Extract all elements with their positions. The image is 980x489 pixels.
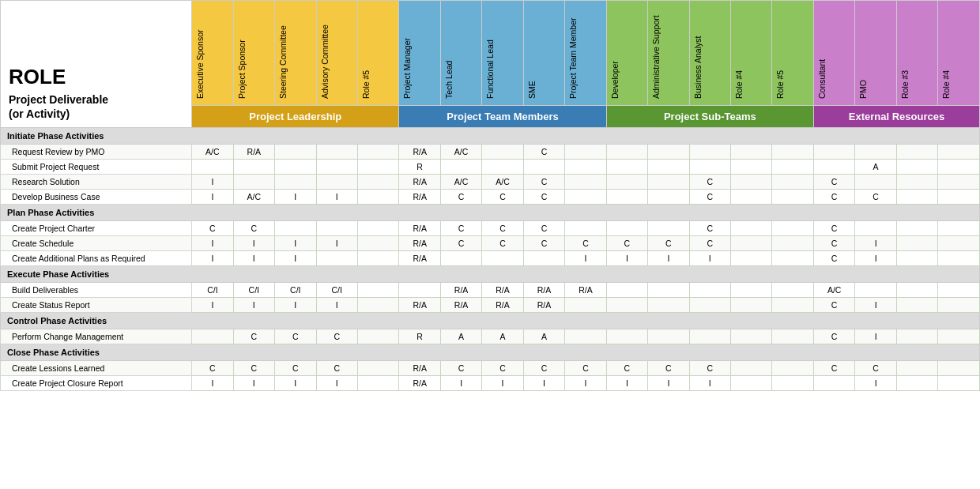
col-header-executive-sponsor: Executive Sponsor — [192, 1, 233, 106]
raci-cell: C — [233, 361, 274, 376]
raci-cell — [440, 251, 481, 266]
raci-cell — [938, 251, 980, 266]
group-external: External Resources — [813, 106, 979, 128]
raci-cell — [938, 145, 980, 160]
raci-cell — [813, 145, 854, 160]
raci-cell — [855, 221, 896, 236]
raci-cell: C — [689, 361, 730, 376]
activity-label: Create Schedule — [1, 236, 192, 251]
raci-cell: I — [275, 190, 316, 205]
raci-cell: I — [233, 251, 274, 266]
raci-cell — [938, 160, 980, 175]
raci-cell: I — [689, 376, 730, 391]
raci-cell — [565, 221, 606, 236]
raci-cell — [648, 329, 689, 344]
raci-cell — [275, 221, 316, 236]
raci-cell — [357, 361, 398, 376]
activity-label: Create Project Closure Report — [1, 376, 192, 391]
raci-cell — [855, 283, 896, 298]
raci-cell: I — [440, 376, 481, 391]
raci-cell: A/C — [482, 175, 523, 190]
group-leadership: Project Leadership — [192, 106, 399, 128]
raci-cell: C — [855, 190, 896, 205]
raci-cell: C — [523, 175, 564, 190]
raci-cell — [606, 145, 647, 160]
raci-cell: I — [192, 190, 233, 205]
raci-cell — [731, 251, 772, 266]
raci-cell — [731, 160, 772, 175]
raci-cell — [399, 283, 440, 298]
raci-cell: I — [855, 298, 896, 313]
raci-cell: C — [689, 236, 730, 251]
col-header-sme: SME — [523, 1, 564, 106]
raci-cell: A/C — [233, 190, 274, 205]
raci-cell: C — [813, 221, 854, 236]
raci-cell — [648, 298, 689, 313]
raci-cell: C — [192, 361, 233, 376]
phase-row: Plan Phase Activities — [1, 205, 980, 221]
raci-cell — [731, 190, 772, 205]
role-label: ROLE — [9, 65, 183, 89]
raci-cell — [357, 175, 398, 190]
group-team: Project Team Members — [399, 106, 606, 128]
raci-cell — [855, 175, 896, 190]
raci-cell: I — [192, 251, 233, 266]
data-row: Perform Change ManagementCCCRAAACI — [1, 329, 980, 344]
raci-cell — [316, 145, 357, 160]
raci-cell — [357, 145, 398, 160]
raci-cell — [648, 190, 689, 205]
col-header-developer: Developer — [606, 1, 647, 106]
raci-cell — [938, 298, 980, 313]
raci-cell: C — [813, 251, 854, 266]
col-header-project-manager: Project Manager — [399, 1, 440, 106]
raci-cell: R/A — [399, 361, 440, 376]
raci-cell — [813, 160, 854, 175]
col-header-role3-external: Role #3 — [896, 1, 937, 106]
raci-cell — [192, 160, 233, 175]
raci-cell — [938, 376, 980, 391]
activity-label: Perform Change Management — [1, 329, 192, 344]
raci-cell — [482, 160, 523, 175]
raci-cell: R/A — [440, 298, 481, 313]
raci-cell — [896, 376, 937, 391]
raci-cell — [896, 361, 937, 376]
data-row: Create Lessions LearnedCCCCR/ACCCCCCCCC — [1, 361, 980, 376]
raci-cell: R/A — [523, 298, 564, 313]
raci-cell — [896, 145, 937, 160]
raci-cell — [689, 160, 730, 175]
raci-cell: C — [565, 236, 606, 251]
raci-cell — [938, 236, 980, 251]
phase-label: Plan Phase Activities — [1, 205, 980, 221]
raci-cell — [523, 251, 564, 266]
raci-cell — [565, 298, 606, 313]
table-body: Initiate Phase ActivitiesRequest Review … — [1, 128, 980, 391]
raci-cell: C/I — [275, 283, 316, 298]
raci-cell: R/A — [399, 251, 440, 266]
raci-cell: C — [606, 361, 647, 376]
raci-cell — [357, 329, 398, 344]
raci-cell — [772, 329, 813, 344]
raci-cell — [192, 329, 233, 344]
header-row-1: ROLE Project Deliverable(or Activity) Ex… — [1, 1, 980, 106]
raci-cell: C — [316, 329, 357, 344]
raci-cell — [689, 145, 730, 160]
raci-cell: I — [316, 236, 357, 251]
raci-cell — [565, 160, 606, 175]
phase-row: Control Phase Activities — [1, 313, 980, 329]
col-header-tech-lead: Tech Lead — [440, 1, 481, 106]
table-title-cell: ROLE Project Deliverable(or Activity) — [1, 1, 192, 128]
phase-label: Execute Phase Activities — [1, 266, 980, 283]
raci-cell: C/I — [233, 283, 274, 298]
raci-cell — [275, 145, 316, 160]
col-header-role5-subteam: Role #5 — [772, 1, 813, 106]
raci-cell — [772, 160, 813, 175]
raci-cell — [772, 283, 813, 298]
raci-cell: I — [192, 236, 233, 251]
raci-cell: C — [813, 236, 854, 251]
raci-cell: A — [523, 329, 564, 344]
raci-cell — [565, 190, 606, 205]
raci-cell — [316, 175, 357, 190]
raci-cell — [772, 298, 813, 313]
raci-cell — [772, 376, 813, 391]
raci-cell: R — [399, 329, 440, 344]
